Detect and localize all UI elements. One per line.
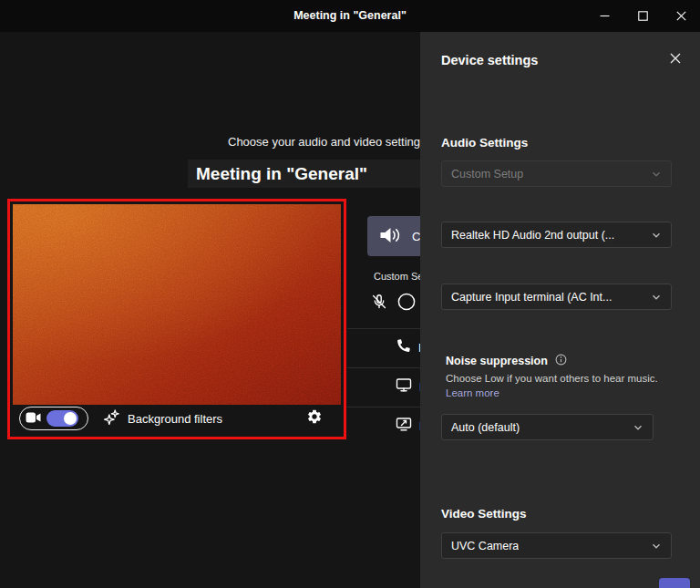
noise-suppression-desc-text: Choose Low if you want others to hear mu…: [446, 373, 658, 384]
camera-value: UVC Camera: [451, 540, 519, 552]
video-controls-bar: Background filters: [13, 405, 341, 434]
info-icon[interactable]: [555, 353, 567, 369]
audio-devices-value: Custom Setup: [451, 168, 523, 181]
panel-close-button[interactable]: [669, 52, 682, 67]
phone-icon: [396, 338, 411, 357]
chevron-down-icon: [651, 230, 662, 241]
noise-suppression-label: Noise suppression: [446, 355, 548, 367]
meeting-heading-bar: Meeting in "General": [188, 160, 454, 188]
sparkle-icon: [104, 409, 119, 428]
room-audio-icon: [396, 377, 412, 396]
audio-settings-title: Audio Settings: [441, 136, 528, 150]
maximize-button[interactable]: [623, 0, 662, 32]
camera-toggle[interactable]: [19, 407, 88, 430]
noise-suppression-description: Choose Low if you want others to hear mu…: [446, 371, 663, 400]
mic-off-icon[interactable]: [371, 294, 387, 314]
camera-icon: [26, 412, 41, 426]
microphone-value: Capture Input terminal (AC Int...: [451, 291, 612, 304]
chevron-down-icon: [651, 541, 662, 552]
titlebar: Meeting in "General": [0, 0, 700, 32]
partial-accent-button[interactable]: [659, 578, 690, 588]
teams-prejoin-window: Meeting in "General" Choose your audio a…: [0, 0, 700, 588]
screen-off-icon: [396, 417, 412, 435]
window-controls: [585, 0, 700, 32]
close-icon: [669, 52, 682, 65]
prejoin-subtitle: Choose your audio and video settings for: [228, 135, 443, 149]
computer-audio-speaker-icon: [378, 225, 403, 248]
noise-suppression-row: Noise suppression: [446, 353, 567, 369]
noise-suppression-dropdown[interactable]: Auto (default): [441, 414, 654, 440]
noise-suppression-value: Auto (default): [451, 421, 520, 434]
device-settings-panel: Device settings Audio Settings Audio dev…: [420, 32, 700, 588]
maximize-icon: [638, 11, 648, 21]
background-filters-label: Background filters: [128, 412, 222, 426]
meeting-heading: Meeting in "General": [188, 160, 454, 188]
speaker-value: Realtek HD Audio 2nd output (...: [451, 229, 614, 242]
learn-more-link[interactable]: Learn more: [446, 387, 499, 398]
chevron-down-icon: [651, 169, 662, 180]
camera-preview: [13, 204, 341, 405]
chevron-down-icon: [633, 422, 643, 433]
camera-switch-track[interactable]: [46, 410, 78, 427]
close-button[interactable]: [662, 0, 700, 32]
gear-icon: [306, 414, 323, 428]
mic-volume-row: [371, 293, 416, 315]
panel-title: Device settings: [441, 53, 538, 67]
audio-devices-dropdown: Custom Setup: [441, 160, 672, 187]
camera-dropdown[interactable]: UVC Camera: [441, 532, 672, 559]
minimize-icon: [600, 11, 610, 21]
speaker-dropdown[interactable]: Realtek HD Audio 2nd output (...: [441, 222, 672, 248]
divider: [347, 328, 420, 329]
chevron-down-icon: [651, 292, 662, 303]
divider: [347, 407, 420, 407]
video-settings-title: Video Settings: [441, 507, 527, 521]
divider: [347, 367, 420, 368]
close-icon: [676, 11, 686, 21]
minimize-button[interactable]: [585, 0, 623, 32]
device-settings-gear-button[interactable]: [306, 408, 323, 428]
camera-noise-texture: [13, 204, 341, 405]
camera-switch-knob: [64, 412, 77, 425]
volume-slider-knob[interactable]: [397, 293, 416, 315]
background-filters-button[interactable]: Background filters: [104, 409, 222, 428]
microphone-dropdown[interactable]: Capture Input terminal (AC Int...: [441, 284, 672, 310]
